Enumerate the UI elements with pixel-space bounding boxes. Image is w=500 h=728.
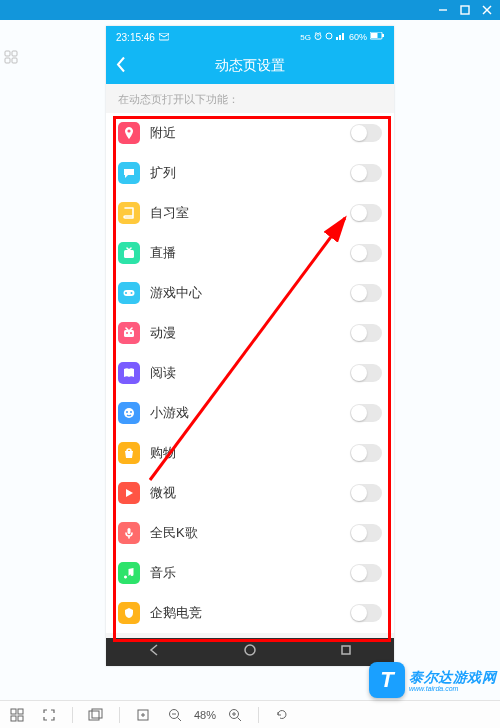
section-caption: 在动态页打开以下功能： (106, 84, 394, 113)
phone-statusbar: 23:15:46 5G 60% (106, 26, 394, 48)
svg-rect-5 (12, 51, 17, 56)
list-item[interactable]: 自习室 (106, 193, 394, 233)
gamepad-icon (118, 282, 140, 304)
toggle-switch[interactable] (350, 324, 382, 342)
window-close-button[interactable] (482, 5, 492, 15)
item-label: 游戏中心 (150, 284, 340, 302)
battery-text: 60% (349, 32, 367, 42)
esports-icon (118, 602, 140, 624)
item-label: 企鹅电竞 (150, 604, 340, 622)
grid-icon[interactable] (8, 706, 26, 724)
source-watermark: T 泰尔达游戏网 www.tairda.com (369, 662, 496, 698)
svg-point-31 (245, 645, 255, 655)
item-label: 购物 (150, 444, 340, 462)
chat-icon (118, 162, 140, 184)
svg-point-26 (130, 332, 132, 334)
svg-line-45 (238, 717, 242, 721)
toggle-switch[interactable] (350, 484, 382, 502)
toggle-switch[interactable] (350, 244, 382, 262)
window-maximize-button[interactable] (460, 5, 470, 15)
toggle-switch[interactable] (350, 164, 382, 182)
toggle-switch[interactable] (350, 444, 382, 462)
list-item[interactable]: 扩列 (106, 153, 394, 193)
mic-icon (118, 522, 140, 544)
item-label: 音乐 (150, 564, 340, 582)
back-button[interactable] (116, 57, 126, 76)
viewer-area: 23:15:46 5G 60% 动态页设置 在动态页打开以下功能： 附近扩列自习… (0, 20, 500, 700)
svg-rect-6 (5, 58, 10, 63)
svg-point-13 (326, 33, 332, 39)
list-item[interactable]: 直播 (106, 233, 394, 273)
volume-icon (325, 32, 333, 42)
viewer-toolbar: 48% (0, 700, 500, 728)
item-label: 自习室 (150, 204, 340, 222)
rotate-icon[interactable] (273, 706, 291, 724)
toggle-switch[interactable] (350, 524, 382, 542)
toggle-switch[interactable] (350, 204, 382, 222)
svg-rect-37 (18, 716, 23, 721)
read-icon (118, 362, 140, 384)
fit-icon[interactable] (134, 706, 152, 724)
gutter-icon (4, 50, 18, 68)
separator (72, 707, 73, 723)
item-label: 全民K歌 (150, 524, 340, 542)
phone-header: 动态页设置 (106, 48, 394, 84)
nav-home-icon[interactable] (243, 643, 257, 661)
battery-icon (370, 32, 384, 42)
page-title: 动态页设置 (215, 57, 285, 75)
nav-recent-icon[interactable] (339, 643, 353, 661)
list-item[interactable]: 全民K歌 (106, 513, 394, 553)
toggle-switch[interactable] (350, 604, 382, 622)
svg-rect-7 (12, 58, 17, 63)
svg-rect-1 (461, 6, 469, 14)
svg-line-12 (319, 33, 321, 34)
signal-icon (336, 32, 346, 42)
svg-rect-18 (371, 33, 378, 38)
item-label: 附近 (150, 124, 340, 142)
svg-point-23 (131, 292, 133, 294)
fullscreen-icon[interactable] (40, 706, 58, 724)
list-item[interactable]: 企鹅电竞 (106, 593, 394, 633)
svg-rect-32 (342, 646, 350, 654)
left-gutter (4, 50, 18, 82)
toggle-switch[interactable] (350, 404, 382, 422)
zoom-in-icon[interactable] (226, 706, 244, 724)
zoom-out-icon[interactable] (166, 706, 184, 724)
list-item[interactable]: 购物 (106, 433, 394, 473)
window-titlebar (0, 0, 500, 20)
minigame-icon (118, 402, 140, 424)
svg-rect-24 (124, 330, 134, 337)
svg-point-28 (126, 411, 128, 413)
list-item[interactable]: 动漫 (106, 313, 394, 353)
svg-rect-35 (18, 709, 23, 714)
window-minimize-button[interactable] (438, 5, 448, 15)
list-item[interactable]: 阅读 (106, 353, 394, 393)
nav-back-icon[interactable] (147, 643, 161, 661)
hd-icon: 5G (300, 33, 311, 42)
svg-rect-15 (339, 35, 341, 40)
play-icon (118, 482, 140, 504)
toggle-switch[interactable] (350, 284, 382, 302)
android-navbar (106, 638, 394, 666)
svg-rect-16 (342, 33, 344, 40)
svg-rect-38 (89, 711, 99, 720)
item-label: 小游戏 (150, 404, 340, 422)
list-item[interactable]: 小游戏 (106, 393, 394, 433)
svg-point-25 (126, 332, 128, 334)
list-item[interactable]: 音乐 (106, 553, 394, 593)
list-item[interactable]: 附近 (106, 113, 394, 153)
list-item[interactable]: 游戏中心 (106, 273, 394, 313)
phone-screenshot: 23:15:46 5G 60% 动态页设置 在动态页打开以下功能： 附近扩列自习… (106, 26, 394, 666)
list-item[interactable]: 微视 (106, 473, 394, 513)
toggle-switch[interactable] (350, 564, 382, 582)
svg-rect-34 (11, 709, 16, 714)
item-label: 微视 (150, 484, 340, 502)
svg-rect-39 (92, 709, 102, 718)
toggle-switch[interactable] (350, 124, 382, 142)
svg-line-42 (178, 717, 182, 721)
svg-rect-21 (124, 250, 134, 258)
zoom-level: 48% (194, 709, 216, 721)
anime-icon (118, 322, 140, 344)
toggle-switch[interactable] (350, 364, 382, 382)
gallery-icon[interactable] (87, 706, 105, 724)
